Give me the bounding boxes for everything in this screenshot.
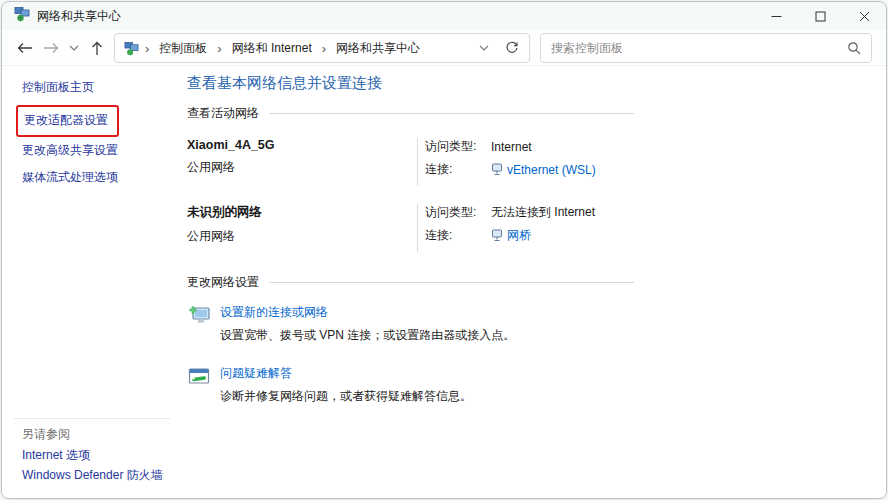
refresh-icon[interactable]: [501, 41, 523, 55]
connection-label: 连接:: [425, 227, 491, 244]
setting-item-new-connection: 设置新的连接或网络 设置宽带、拨号或 VPN 连接；或设置路由器或接入点。: [187, 304, 634, 344]
sidebar-item-advanced-sharing-settings[interactable]: 更改高级共享设置: [22, 142, 187, 159]
sidebar-link-internet-options[interactable]: Internet 选项: [22, 447, 90, 464]
troubleshoot-problems-link[interactable]: 问题疑难解答: [220, 365, 472, 382]
breadcrumb-separator: ›: [215, 41, 223, 56]
network-profile: 公用网络: [187, 159, 417, 176]
setup-new-connection-link[interactable]: 设置新的连接或网络: [220, 304, 515, 321]
active-networks-section-header: 查看活动网络: [187, 105, 634, 122]
network-settings-section-header: 更改网络设置: [187, 274, 634, 291]
troubleshoot-description: 诊断并修复网络问题，或者获得疑难解答信息。: [220, 388, 472, 405]
minimize-button[interactable]: [754, 2, 798, 30]
close-button[interactable]: [842, 2, 886, 30]
breadcrumb-control-panel[interactable]: 控制面板: [155, 37, 211, 60]
troubleshoot-icon: [187, 365, 211, 389]
network-name: Xiaomi_4A_5G: [187, 138, 417, 152]
access-type-value: Internet: [491, 140, 532, 154]
connection-label: 连接:: [425, 161, 491, 178]
back-icon[interactable]: [12, 35, 38, 61]
page-title: 查看基本网络信息并设置连接: [187, 74, 634, 93]
section-divider: [269, 282, 634, 283]
task-sidebar: 控制面板主页 更改适配器设置 更改高级共享设置 媒体流式处理选项 另请参阅 In…: [2, 66, 187, 499]
search-input[interactable]: [551, 41, 847, 55]
ethernet-adapter-icon: [491, 163, 503, 176]
access-type-label: 访问类型:: [425, 204, 491, 221]
see-also-divider: [14, 418, 170, 419]
breadcrumb-network-internet[interactable]: 网络和 Internet: [228, 37, 316, 60]
network-center-icon: [14, 6, 30, 26]
connection-link-vethernet-wsl[interactable]: vEthernet (WSL): [491, 163, 596, 177]
sidebar-link-windows-defender-firewall[interactable]: Windows Defender 防火墙: [22, 467, 163, 484]
address-bar[interactable]: › 控制面板 › 网络和 Internet › 网络和共享中心: [114, 33, 530, 63]
search-icon[interactable]: [847, 41, 861, 55]
connection-link-network-bridge[interactable]: 网桥: [491, 227, 531, 244]
sidebar-item-media-streaming-options[interactable]: 媒体流式处理选项: [22, 169, 187, 186]
main-pane: 查看基本网络信息并设置连接 查看活动网络 Xiaomi_4A_5G 公用网络 访…: [187, 66, 634, 405]
content-area: 控制面板主页 更改适配器设置 更改高级共享设置 媒体流式处理选项 另请参阅 In…: [2, 66, 886, 499]
forward-icon[interactable]: [38, 35, 64, 61]
breadcrumb-separator: ›: [143, 41, 151, 56]
window-title: 网络和共享中心: [37, 8, 121, 25]
ethernet-adapter-icon: [491, 229, 503, 242]
sidebar-item-change-adapter-settings[interactable]: 更改适配器设置: [24, 113, 108, 127]
setup-new-connection-description: 设置宽带、拨号或 VPN 连接；或设置路由器或接入点。: [220, 327, 515, 344]
new-connection-icon: [187, 304, 211, 328]
recent-pages-chevron-icon[interactable]: [64, 35, 84, 61]
up-icon[interactable]: [84, 35, 110, 61]
annotation-highlight-box: 更改适配器设置: [16, 105, 119, 137]
address-network-center-icon: [124, 41, 139, 56]
section-divider: [269, 113, 634, 114]
network-profile: 公用网络: [187, 228, 417, 245]
network-name: 未识别的网络: [187, 204, 417, 221]
search-box[interactable]: [540, 33, 872, 63]
breadcrumb-separator: ›: [320, 41, 328, 56]
address-dropdown-chevron-icon[interactable]: [471, 45, 497, 51]
navigation-toolbar: › 控制面板 › 网络和 Internet › 网络和共享中心: [2, 30, 886, 66]
network-sharing-center-window: 网络和共享中心: [1, 1, 887, 499]
access-type-label: 访问类型:: [425, 138, 491, 155]
access-type-value: 无法连接到 Internet: [491, 204, 595, 221]
see-also-header: 另请参阅: [22, 426, 70, 443]
setting-item-troubleshoot: 问题疑难解答 诊断并修复网络问题，或者获得疑难解答信息。: [187, 365, 634, 405]
breadcrumb-network-sharing-center[interactable]: 网络和共享中心: [332, 37, 424, 60]
titlebar: 网络和共享中心: [2, 2, 886, 30]
maximize-button[interactable]: [798, 2, 842, 30]
network-row-unidentified: 未识别的网络 公用网络 访问类型: 无法连接到 Internet 连接:: [187, 204, 634, 252]
network-row-xiaomi: Xiaomi_4A_5G 公用网络 访问类型: Internet 连接:: [187, 138, 634, 186]
sidebar-item-control-panel-home[interactable]: 控制面板主页: [22, 79, 187, 96]
